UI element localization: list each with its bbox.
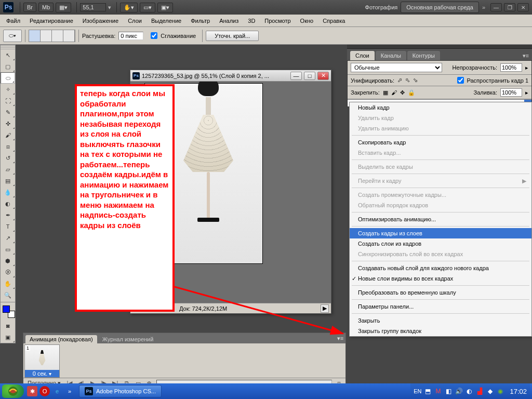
menu-filter[interactable]: Фильтр (187, 16, 214, 25)
doc-close-button[interactable]: ✕ (317, 72, 329, 80)
selection-new[interactable] (29, 30, 41, 42)
pen-tool[interactable]: ✒ (1, 209, 15, 221)
clock[interactable]: 17:02 (510, 388, 527, 395)
window-close-button[interactable]: ✕ (517, 3, 529, 11)
propagate-checkbox[interactable] (457, 77, 464, 84)
menu-file[interactable]: Файл (2, 16, 24, 25)
workspace-more-icon[interactable]: » (482, 4, 485, 10)
tools-grip[interactable] (1, 45, 15, 49)
menu-help[interactable]: Справка (318, 16, 349, 25)
unify-position-icon[interactable]: ⬀ (397, 77, 402, 84)
tab-animation[interactable]: Анимация (покадровая) (25, 335, 97, 343)
menu-analysis[interactable]: Анализ (215, 16, 243, 25)
menu-select[interactable]: Выделение (147, 16, 185, 25)
tray-icon-3[interactable]: ◧ (444, 387, 453, 395)
tool-preset-picker[interactable]: ⬭▾ (3, 30, 22, 42)
tab-channels[interactable]: Каналы (376, 51, 406, 60)
menu-edit[interactable]: Редактирование (25, 16, 77, 25)
blend-mode-select[interactable]: Обычные (351, 63, 442, 72)
zoom-tool[interactable]: 🔍 (1, 289, 15, 301)
doc-maximize-button[interactable]: □ (304, 72, 315, 80)
tab-layers[interactable]: Слои (350, 51, 375, 60)
menu-item[interactable]: Параметры панели... (350, 301, 531, 312)
marquee-tool[interactable]: ▢ (1, 61, 15, 72)
history-brush-tool[interactable]: ↺ (1, 152, 15, 164)
view-extras-button[interactable]: ▦▾ (56, 3, 71, 12)
zoom-field[interactable]: 55,1 (80, 3, 106, 11)
eraser-tool[interactable]: ▱ (1, 164, 15, 175)
minibridge-button[interactable]: Mb (38, 3, 54, 12)
menu-item[interactable]: ✓Новые слои видимы во всех кадрах (350, 273, 531, 284)
document-titlebar[interactable]: Ps 1257239365_53.jpg @ 55,1% (Слой 0 коп… (130, 70, 331, 82)
ql-app1[interactable]: ✱ (27, 386, 37, 396)
selection-add[interactable] (41, 30, 52, 42)
lock-pixels-icon[interactable]: ▦ (383, 89, 388, 96)
antialias-checkbox[interactable] (151, 32, 157, 39)
eyedropper-tool[interactable]: ✎ (1, 107, 15, 118)
menu-item[interactable]: Скопировать кадр (350, 137, 531, 148)
menu-item[interactable]: Новый кадр (350, 102, 531, 113)
crop-tool[interactable]: ⛶ (1, 95, 15, 107)
menu-3d[interactable]: 3D (244, 16, 259, 25)
arrange-button[interactable]: ▭▾ (140, 3, 155, 12)
fill-flyout-icon[interactable]: ▸ (525, 89, 528, 96)
type-tool[interactable]: T (1, 221, 15, 232)
doc-scroll-right[interactable]: ▶ (321, 304, 329, 313)
selection-intersect[interactable] (63, 30, 75, 42)
tab-measurements[interactable]: Журнал измерений (98, 335, 158, 343)
menu-item[interactable]: Создавать новый слой для каждого нового … (350, 263, 531, 273)
lang-indicator[interactable]: EN (414, 388, 421, 394)
panel-options-icon[interactable]: ▾≡ (520, 51, 532, 60)
animation-frame-1[interactable]: 1 0 сек. ▾ (24, 344, 60, 378)
quickmask-button[interactable]: ◙ (1, 320, 15, 331)
screen-mode-button[interactable]: ▣▾ (157, 3, 173, 12)
doc-minimize-button[interactable]: — (290, 72, 302, 80)
lock-position-icon[interactable]: ✥ (400, 89, 405, 96)
shape-tool[interactable]: ▭ (1, 244, 15, 255)
brush-tool[interactable]: 🖌 (1, 129, 15, 141)
menu-item[interactable]: Оптимизировать анимацию... (350, 214, 531, 224)
menu-window[interactable]: Окно (296, 16, 318, 25)
path-tool[interactable]: ↗ (1, 232, 15, 244)
tray-avira-icon[interactable]: ▟ (475, 387, 484, 395)
hand-tool[interactable]: ✋ (1, 278, 15, 289)
workspace-button[interactable]: Основная рабочая среда (401, 2, 479, 13)
tray-icon-5[interactable]: ◆ (486, 387, 494, 395)
animation-panel-options-icon[interactable]: ▾≡ (336, 334, 344, 342)
tab-paths[interactable]: Контуры (407, 51, 440, 60)
stamp-tool[interactable]: ⧇ (1, 141, 15, 152)
opacity-flyout-icon[interactable]: ▸ (525, 64, 528, 71)
ql-ie[interactable]: e (52, 386, 62, 396)
dodge-tool[interactable]: ◐ (1, 198, 15, 209)
tray-icon-1[interactable]: ⬒ (423, 387, 432, 395)
ql-desktop[interactable]: » (64, 386, 75, 396)
tray-icon-2[interactable]: M (434, 387, 442, 395)
fill-input[interactable] (500, 88, 522, 97)
healing-tool[interactable]: ✜ (1, 118, 15, 129)
blur-tool[interactable]: 💧 (1, 187, 15, 198)
menu-view[interactable]: Просмотр (260, 16, 295, 25)
menu-item[interactable]: Закрыть группу вкладок (350, 326, 531, 336)
frame-delay[interactable]: 0 сек. ▾ (25, 370, 59, 377)
tray-nvidia-icon[interactable]: ◉ (496, 387, 504, 395)
feather-input[interactable] (118, 32, 143, 40)
taskbar-photoshop[interactable]: Ps Adobe Photoshop CS... (79, 385, 162, 397)
menu-layers[interactable]: Слои (124, 16, 146, 25)
color-swatches[interactable] (3, 305, 15, 318)
gradient-tool[interactable]: ▤ (1, 175, 15, 187)
refine-edge-button[interactable]: Уточн. край... (206, 31, 259, 41)
screenmode-button[interactable]: ▣ (1, 331, 15, 343)
3d-tool[interactable]: ⬢ (1, 255, 15, 267)
lock-all-icon[interactable]: 🔒 (408, 89, 415, 96)
opacity-input[interactable] (500, 63, 522, 72)
unify-style-icon[interactable]: ⬂ (413, 77, 418, 84)
bridge-button[interactable]: Br (23, 3, 36, 12)
tray-icon-4[interactable]: ◐ (465, 387, 473, 395)
ql-opera[interactable]: O (39, 386, 50, 396)
menu-item[interactable]: Преобразовать во временную шкалу (350, 287, 531, 298)
hand-button[interactable]: ✋▾ (120, 3, 138, 12)
menu-item[interactable]: Создать слои из кадров (350, 238, 531, 249)
move-tool[interactable]: ↖ (1, 49, 15, 61)
wand-tool[interactable]: ✧ (1, 84, 15, 95)
photography-label[interactable]: Фотография (365, 4, 398, 10)
